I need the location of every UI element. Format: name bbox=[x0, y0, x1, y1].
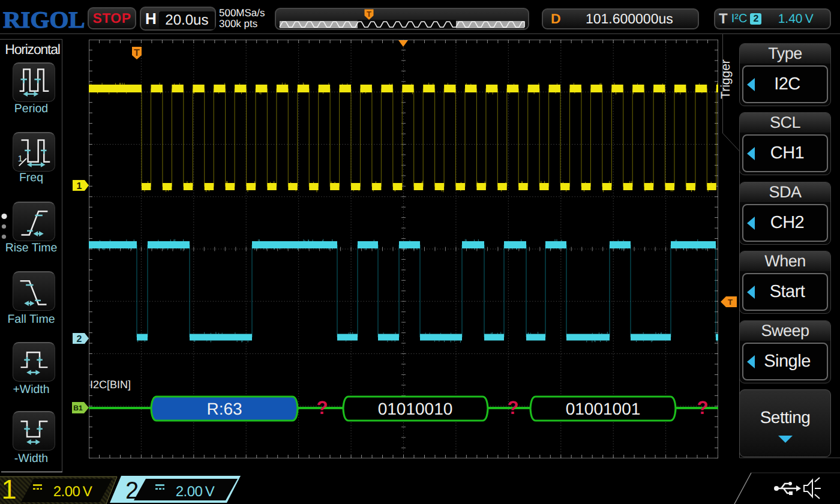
svg-text:2.00 V: 2.00 V bbox=[176, 484, 215, 500]
svg-text:1: 1 bbox=[1, 474, 16, 504]
svg-text:2.00 V: 2.00 V bbox=[53, 484, 92, 500]
